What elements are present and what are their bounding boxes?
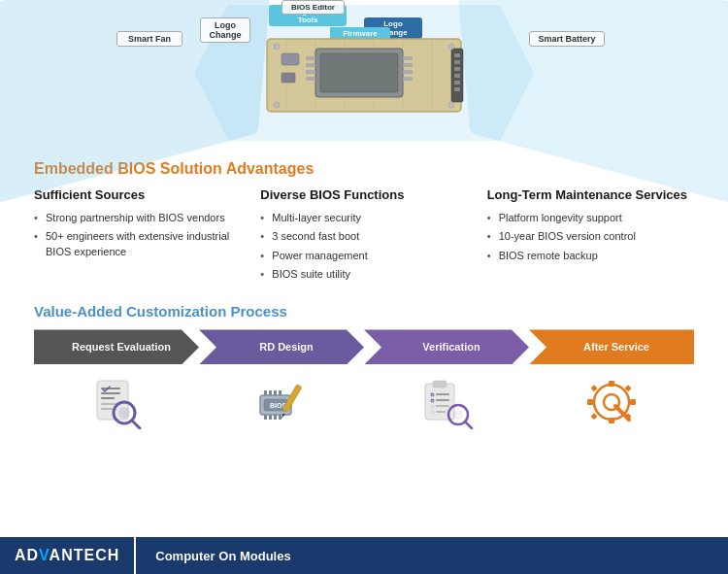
diverse-bios-item-3: Power management [260, 249, 467, 263]
svg-rect-53 [433, 381, 447, 388]
step-after-service: After Service [529, 329, 694, 434]
svg-rect-24 [281, 53, 299, 65]
svg-point-63 [453, 410, 463, 420]
step1-label: Request Evaluation [72, 341, 171, 353]
longterm-item-3: BIOS remote backup [487, 249, 694, 263]
diverse-bios-col: Diverse BIOS Functions Multi-layer secur… [260, 187, 467, 286]
svg-rect-45 [279, 415, 281, 420]
svg-rect-44 [274, 415, 277, 420]
logo-van: V [39, 547, 49, 563]
svg-point-37 [118, 407, 130, 419]
svg-rect-49 [279, 390, 281, 395]
svg-rect-59 [436, 405, 449, 407]
svg-rect-47 [269, 390, 272, 395]
svg-rect-19 [454, 60, 460, 64]
svg-point-27 [448, 44, 454, 50]
sufficient-sources-list: Strong partnership with BIOS vendors 50+… [34, 211, 241, 259]
svg-rect-13 [403, 56, 413, 60]
svg-rect-46 [264, 390, 267, 395]
longterm-item-2: 10-year BIOS version control [487, 229, 694, 244]
svg-point-28 [274, 102, 280, 108]
svg-rect-18 [454, 53, 460, 57]
step4-icon-area [529, 364, 694, 434]
smart-fan-label: Smart Fan [116, 31, 182, 47]
svg-rect-61 [436, 411, 446, 413]
svg-rect-14 [403, 63, 413, 67]
sufficient-sources-item-2: 50+ engineers with extensive industrial … [34, 229, 241, 259]
main-content: Embedded BIOS Solution Advantages Suffic… [0, 151, 728, 439]
svg-rect-68 [609, 418, 614, 423]
svg-rect-10 [306, 63, 315, 67]
step1-icon-area [34, 364, 199, 434]
svg-rect-43 [269, 415, 272, 420]
svg-rect-42 [264, 415, 267, 420]
svg-rect-60 [431, 411, 434, 414]
sufficient-sources-title: Sufficient Sources [34, 187, 241, 204]
svg-rect-25 [281, 73, 295, 83]
verification-icon [417, 376, 476, 429]
rd-design-icon: BIOS [252, 376, 311, 429]
step-request-evaluation: Request Evaluation [34, 329, 199, 434]
motherboard-illustration [238, 19, 490, 126]
sufficient-sources-item-1: Strong partnership with BIOS vendors [34, 211, 241, 225]
step2-label: RD Design [259, 341, 314, 353]
step-rd-design: RD Design BIOS [199, 329, 364, 434]
svg-rect-23 [454, 87, 460, 91]
svg-rect-70 [630, 399, 636, 405]
svg-rect-71 [590, 386, 597, 392]
svg-rect-12 [306, 77, 315, 81]
diagram-area: Smart Fan Logo Change Configuration Tool… [0, 0, 728, 151]
svg-rect-52 [425, 384, 454, 420]
svg-line-64 [465, 422, 472, 428]
svg-rect-11 [306, 70, 315, 74]
longterm-col: Long-Term Maintenance Services Platform … [487, 187, 694, 286]
svg-line-38 [132, 421, 140, 428]
svg-rect-69 [587, 399, 593, 405]
bios-editor-label: BIOS Editor [281, 0, 345, 15]
diverse-bios-title: Diverse BIOS Functions [260, 187, 467, 204]
svg-point-26 [274, 44, 280, 50]
svg-rect-67 [609, 381, 614, 387]
process-steps: Request Evaluation [34, 329, 694, 434]
diverse-bios-item-4: BIOS suite utility [260, 267, 467, 282]
svg-rect-16 [403, 77, 413, 81]
longterm-title: Long-Term Maintenance Services [487, 187, 694, 204]
longterm-item-1: Platform longevity support [487, 211, 694, 225]
svg-rect-58 [431, 405, 434, 408]
svg-rect-35 [101, 408, 113, 410]
process-title: Value-Added Customization Process [34, 303, 694, 320]
step3-header: Verification [364, 329, 529, 364]
smart-battery-label: Smart Battery [529, 31, 605, 47]
diverse-bios-list: Multi-layer security 3 second fast boot … [260, 211, 467, 283]
request-evaluation-icon [87, 376, 146, 429]
svg-rect-73 [590, 414, 597, 421]
svg-rect-32 [101, 392, 120, 394]
svg-rect-55 [436, 393, 449, 395]
svg-rect-8 [320, 53, 398, 92]
process-section: Value-Added Customization Process Reques… [34, 303, 694, 434]
step2-icon-area: BIOS [199, 364, 364, 434]
svg-rect-57 [436, 399, 449, 401]
diverse-bios-item-1: Multi-layer security [260, 211, 467, 225]
footer: ADVANTECH Computer On Modules [0, 537, 728, 574]
step4-label: After Service [583, 341, 649, 353]
svg-rect-15 [403, 70, 413, 74]
svg-rect-20 [454, 67, 460, 71]
advantages-grid: Sufficient Sources Strong partnership wi… [34, 187, 694, 286]
step3-icon-area [364, 364, 529, 434]
svg-rect-9 [306, 56, 315, 60]
longterm-list: Platform longevity support 10-year BIOS … [487, 211, 694, 263]
step3-label: Verification [422, 341, 480, 353]
svg-rect-33 [101, 397, 115, 399]
svg-rect-22 [454, 81, 460, 84]
logo-text: ADVANTECH [15, 547, 119, 564]
footer-logo: ADVANTECH [0, 537, 136, 574]
svg-rect-31 [101, 388, 120, 389]
sufficient-sources-col: Sufficient Sources Strong partnership wi… [34, 187, 241, 286]
step4-header: After Service [529, 329, 694, 364]
diverse-bios-item-2: 3 second fast boot [260, 229, 467, 244]
footer-subtitle: Computer On Modules [136, 549, 290, 563]
step1-header: Request Evaluation [34, 329, 199, 364]
logo-tech: ANTECH [50, 547, 120, 563]
step2-header: RD Design [199, 329, 364, 364]
